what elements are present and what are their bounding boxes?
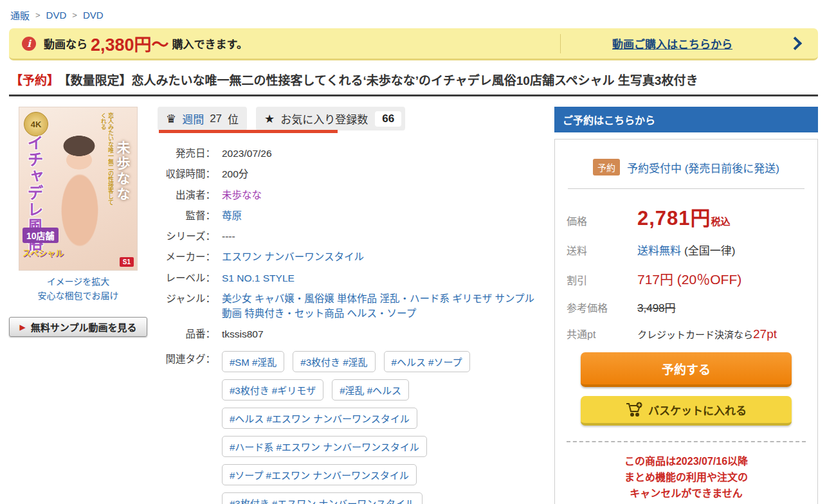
- points-value: 27pt: [753, 327, 777, 341]
- related-tag[interactable]: #淫乱 #ヘルス: [332, 379, 409, 401]
- related-tag[interactable]: #3枚付き #ギリモザ: [222, 379, 323, 401]
- cover-actress-name: 未歩なな: [113, 141, 132, 203]
- reference-price-row: 参考価格 3,498円: [567, 299, 806, 315]
- points-label: 共通pt: [567, 326, 637, 341]
- rank-number: 27: [210, 113, 222, 125]
- related-tag[interactable]: #ヘルス #ソープ: [384, 351, 470, 372]
- video-purchase-link[interactable]: 動画ご購入はこちらから: [612, 35, 732, 51]
- cancel-warning: この商品は2023/07/16以降 まとめ機能の利用や注文の キャンセルができま…: [567, 454, 806, 501]
- banner-price: 2,380円〜: [91, 31, 169, 56]
- detail-row: 品番：tkssis807: [158, 327, 544, 341]
- cart-plus-icon: [626, 402, 642, 417]
- favorites-count-box: ★ お気に入り登録数 66: [256, 107, 405, 130]
- detail-value: 2023/07/26: [222, 146, 272, 161]
- detail-row: レーベル：S1 NO.1 STYLE: [158, 271, 544, 285]
- ranking-underline: [159, 130, 338, 133]
- banner-divider: [560, 34, 561, 53]
- free-sample-video-button[interactable]: ▶ 無料サンプル動画を見る: [9, 317, 147, 337]
- breadcrumb-link-dvd[interactable]: DVD: [46, 10, 67, 21]
- cover-special: スペシャル: [23, 246, 64, 258]
- info-icon: i: [22, 37, 36, 51]
- detail-value[interactable]: エスワン ナンバーワンスタイル: [222, 249, 364, 264]
- detail-row: 出演者：未歩なな: [158, 188, 544, 203]
- tag-row: #3枚付き #エスワン ナンバーワンスタイル: [222, 492, 544, 504]
- discount-row: 割引 717円 (20％OFF): [567, 269, 806, 288]
- detail-row: 発売日：2023/07/26: [158, 146, 544, 161]
- safe-packaging-link[interactable]: 安心な梱包でお届け: [9, 289, 147, 303]
- detail-row: 監督：苺原: [158, 208, 544, 223]
- tag-row: #ソープ #エスワン ナンバーワンスタイル: [222, 464, 544, 485]
- shipping-row: 送料 送料無料 (全国一律): [567, 242, 806, 258]
- related-tag[interactable]: #3枚付き #エスワン ナンバーワンスタイル: [222, 492, 423, 504]
- weekly-rank-box: ♛ 週間 27 位: [158, 107, 247, 130]
- detail-label: メーカー：: [158, 249, 215, 264]
- enlarge-image-link[interactable]: イメージを拡大: [9, 275, 147, 289]
- breadcrumb: 通販 > DVD > DVD: [0, 0, 827, 28]
- detail-value[interactable]: 未歩なな: [222, 188, 262, 203]
- ranking-row: ♛ 週間 27 位 ★ お気に入り登録数 66: [158, 107, 405, 130]
- detail-label: 出演者：: [158, 188, 215, 203]
- star-icon: ★: [264, 112, 275, 126]
- preorder-status-badge: 予約: [593, 159, 620, 176]
- page-title: 【予約】【数量限定】恋人みたいな唯一無二の性接客してくれる‘未歩なな’のイチャデ…: [10, 71, 817, 88]
- order-panel-header: ご予約はこちらから: [554, 107, 818, 132]
- banner-text-suffix: 購入できます。: [172, 35, 248, 51]
- s1-logo: S1: [120, 257, 134, 267]
- detail-label: 発売日：: [158, 146, 215, 161]
- detail-row: 収録時間：200分: [158, 166, 544, 181]
- breadcrumb-link-dvd-current[interactable]: DVD: [83, 10, 104, 21]
- detail-value[interactable]: 美少女 キャバ嬢・風俗嬢 単体作品 淫乱・ハード系 ギリモザ サンプル動画 特典…: [222, 291, 544, 321]
- product-cover-image[interactable]: 4K 恋人みたいな唯一無二の性接客してくれる 未歩なな イチャデレ風俗 10店舗…: [19, 107, 138, 271]
- play-icon: ▶: [20, 323, 26, 332]
- favorites-count: 66: [375, 111, 401, 127]
- detail-value[interactable]: 苺原: [222, 208, 242, 223]
- detail-label: 監督：: [158, 208, 215, 223]
- banner-text-prefix: 動画なら: [44, 35, 87, 51]
- detail-row: シリーズ：----: [158, 229, 544, 244]
- detail-value: ----: [222, 229, 235, 244]
- sample-button-label: 無料サンプル動画を見る: [31, 320, 137, 334]
- price-value: 2,781円: [637, 202, 711, 231]
- related-tag[interactable]: #3枚付き #淫乱: [293, 351, 375, 372]
- tag-row: #ヘルス #エスワン ナンバーワンスタイル: [222, 408, 544, 429]
- related-tags-label: 関連タグ：: [158, 351, 215, 504]
- price-tax-note: 税込: [711, 214, 731, 228]
- related-tag[interactable]: #SM #淫乱: [222, 351, 284, 372]
- discount-value: 717円 (20％OFF): [637, 269, 741, 288]
- basket-button-label: バスケットに入れる: [648, 402, 747, 418]
- related-tag[interactable]: #ソープ #エスワン ナンバーワンスタイル: [222, 464, 417, 485]
- order-panel-body: 予約 予約受付中 (発売日前後に発送) 価格 2,781円 税込 送料 送料無料…: [554, 139, 818, 504]
- panel-divider: [568, 188, 804, 189]
- shipping-label: 送料: [567, 242, 637, 258]
- product-details-list: 発売日：2023/07/26収録時間：200分出演者：未歩なな監督：苺原シリーズ…: [158, 146, 544, 342]
- breadcrumb-separator: >: [35, 10, 41, 20]
- add-to-basket-button[interactable]: バスケットに入れる: [581, 396, 792, 426]
- order-panel: ご予約はこちらから 予約 予約受付中 (発売日前後に発送) 価格 2,781円 …: [554, 107, 818, 504]
- detail-label: 品番：: [158, 327, 215, 341]
- preorder-status-text: 予約受付中 (発売日前後に発送): [627, 159, 779, 176]
- detail-row: メーカー：エスワン ナンバーワンスタイル: [158, 249, 544, 264]
- detail-value: tkssis807: [222, 327, 264, 341]
- discount-label: 割引: [567, 272, 637, 287]
- favorites-label: お気に入り登録数: [280, 111, 368, 127]
- dashed-divider: [567, 441, 806, 442]
- breadcrumb-link-shop[interactable]: 通販: [10, 8, 30, 22]
- free-shipping-link[interactable]: 送料無料: [637, 242, 681, 258]
- detail-label: 収録時間：: [158, 166, 215, 181]
- detail-label: レーベル：: [158, 271, 215, 285]
- reference-price-value: 3,498円: [637, 299, 676, 315]
- detail-value[interactable]: S1 NO.1 STYLE: [222, 271, 295, 285]
- related-tag[interactable]: #ハード系 #エスワン ナンバーワンスタイル: [222, 436, 427, 457]
- related-tag[interactable]: #ヘルス #エスワン ナンバーワンスタイル: [222, 408, 417, 429]
- tag-row: #SM #淫乱#3枚付き #淫乱#ヘルス #ソープ: [222, 351, 544, 372]
- cover-4k-badge: 4K: [24, 112, 48, 136]
- detail-value: 200分: [222, 166, 248, 181]
- cover-tagline: 恋人みたいな唯一無二の性接客してくれる: [100, 113, 114, 209]
- shipping-note: (全国一律): [684, 242, 735, 258]
- reference-price-label: 参考価格: [567, 300, 637, 315]
- chevron-right-icon[interactable]: [788, 37, 802, 50]
- tag-row: #3枚付き #ギリモザ#淫乱 #ヘルス: [222, 379, 544, 401]
- weekly-rank-link[interactable]: 週間: [182, 111, 204, 127]
- detail-row: ジャンル：美少女 キャバ嬢・風俗嬢 単体作品 淫乱・ハード系 ギリモザ サンプル…: [158, 291, 544, 321]
- reserve-button[interactable]: 予約する: [581, 352, 792, 387]
